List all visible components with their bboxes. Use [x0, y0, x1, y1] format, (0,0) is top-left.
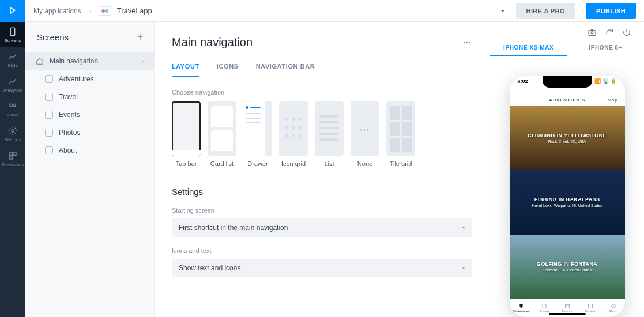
nav-adventures: Adventures	[510, 299, 533, 317]
rail-label-extensions: Extensions	[1, 162, 24, 167]
choose-nav-label: Choose navigation	[172, 89, 472, 96]
nav-option-cardlist[interactable]: Card list	[208, 101, 236, 167]
account-caret-icon[interactable]	[499, 7, 507, 15]
starting-screen-label: Starting screen	[172, 207, 472, 214]
home-icon	[36, 57, 44, 65]
hire-pro-button[interactable]: HIRE A PRO	[516, 3, 575, 19]
card-title: CLIMBING IN YELLOWSTONE	[528, 133, 607, 138]
rail-label-push: Push	[7, 112, 18, 118]
nav-label: Events	[562, 310, 572, 313]
status-icons: 📶 📡 🔋	[594, 78, 616, 84]
icons-text-label: Icons and text	[172, 247, 472, 254]
screens-tree: Main navigation Adventures Travel Events…	[25, 52, 154, 159]
nav-label: About	[609, 310, 618, 313]
chevron-right-icon	[87, 8, 93, 14]
card-subtitle: Hakai Luxx, Waipahu, HI, United States	[532, 203, 602, 207]
extensions-icon	[7, 150, 18, 161]
nav-label: Travel	[539, 310, 548, 313]
svg-rect-6	[9, 156, 12, 159]
main-editor: Main navigation LAYOUT ICONS NAVIGATION …	[155, 22, 489, 317]
screens-title: Screens	[37, 32, 69, 42]
rail-push[interactable]: Push	[0, 96, 25, 121]
svg-point-7	[101, 9, 105, 13]
card-subtitle: Rock Creek, ID, USA	[548, 139, 586, 144]
doc-icon	[45, 111, 53, 119]
phone-preview: 6:02📶 📡 🔋 ADVENTURES Map CLIMBING IN YEL…	[510, 76, 625, 317]
svg-point-11	[469, 41, 470, 43]
nav-label: Photos	[585, 310, 596, 313]
choice-label: Icon grid	[281, 160, 306, 167]
status-time: 6:02	[518, 78, 528, 84]
rail-style[interactable]: Style	[0, 47, 25, 71]
nav-option-icongrid[interactable]: Icon grid	[279, 101, 308, 167]
select-value: Show text and icons	[179, 264, 240, 272]
nav-option-tabbar[interactable]: Tab bar	[172, 101, 201, 167]
tab-icons[interactable]: ICONS	[217, 63, 239, 77]
card-subtitle: Fontana, CA, United States	[543, 268, 592, 272]
logo-icon	[8, 6, 17, 16]
nav-option-none[interactable]: ••• None	[351, 101, 379, 167]
tree-label: About	[59, 146, 77, 154]
svg-point-8	[105, 9, 108, 13]
tab-layout[interactable]: LAYOUT	[172, 63, 199, 77]
preview-card: CLIMBING IN YELLOWSTONE Rock Creek, ID, …	[510, 106, 625, 170]
starting-screen-select[interactable]: First shortcut in the main navigation	[172, 218, 472, 237]
device-tab-8plus[interactable]: IPHONE 8+	[567, 41, 645, 56]
icons-text-select[interactable]: Show text and icons	[172, 259, 472, 277]
nav-label: Adventures	[512, 310, 529, 313]
nav-choices: Tab bar Card list	[172, 101, 472, 167]
home-indicator	[549, 313, 586, 315]
rail-analytics[interactable]: Analytics	[0, 71, 25, 96]
preview-card: GOLFING IN FONTANA Fontana, CA, United S…	[510, 235, 625, 299]
preview-panel: IPHONE XS MAX IPHONE 8+ 6:02📶 📡 🔋 ADVENT…	[489, 22, 644, 317]
tree-item-travel[interactable]: Travel	[25, 88, 154, 105]
rail-label-settings: Settings	[5, 137, 21, 142]
svg-point-1	[10, 104, 13, 107]
status-bar: 6:02📶 📡 🔋	[518, 78, 617, 84]
power-icon[interactable]	[622, 28, 631, 37]
analytics-icon	[7, 76, 18, 86]
doc-icon	[45, 93, 53, 101]
style-icon	[7, 51, 18, 62]
breadcrumb-root[interactable]: My applications	[33, 7, 81, 15]
svg-rect-5	[13, 152, 16, 155]
rail-extensions[interactable]: Extensions	[0, 146, 25, 171]
chevron-down-icon	[461, 265, 466, 271]
tab-navigation-bar[interactable]: NAVIGATION BAR	[256, 63, 315, 77]
nav-about: About	[602, 299, 625, 317]
tree-label: Main navigation	[50, 57, 98, 65]
tree-item-adventures[interactable]: Adventures	[25, 70, 154, 88]
more-icon[interactable]	[462, 37, 472, 48]
rail-settings[interactable]: Settings	[0, 121, 25, 146]
svg-point-13	[591, 32, 593, 34]
chevron-down-icon	[461, 225, 466, 231]
screens-icon	[7, 27, 18, 37]
tree-item-photos[interactable]: Photos	[25, 123, 154, 141]
camera-icon[interactable]	[587, 28, 597, 37]
publish-button[interactable]: PUBLISH	[586, 3, 636, 19]
doc-icon	[45, 129, 53, 137]
logo[interactable]	[0, 0, 25, 22]
add-screen-icon[interactable]	[135, 32, 145, 41]
top-bar: My applications Travel app HIRE A PRO PU…	[25, 0, 644, 22]
page-title: Main navigation	[172, 36, 253, 49]
tree-item-events[interactable]: Events	[25, 105, 154, 123]
doc-icon	[45, 146, 53, 154]
nav-option-tilegrid[interactable]: Tile grid	[386, 101, 415, 167]
device-tab-xsmax[interactable]: IPHONE XS MAX	[490, 41, 567, 56]
select-value: First shortcut in the main navigation	[179, 224, 288, 232]
svg-point-3	[12, 130, 14, 133]
push-icon	[7, 101, 18, 111]
breadcrumb-app[interactable]: Travel app	[117, 6, 152, 15]
refresh-icon[interactable]	[605, 28, 614, 37]
rail-screens[interactable]: Screens	[0, 22, 25, 47]
rail-label-analytics: Analytics	[3, 88, 22, 93]
nav-option-drawer[interactable]: Drawer	[243, 101, 272, 167]
tree-item-main-navigation[interactable]: Main navigation	[25, 52, 154, 70]
settings-heading: Settings	[172, 187, 472, 197]
nav-option-list[interactable]: List	[315, 101, 344, 167]
choice-label: List	[324, 160, 334, 167]
collapse-icon[interactable]	[141, 58, 147, 64]
tree-item-about[interactable]: About	[25, 141, 154, 159]
choice-label: Card list	[210, 160, 234, 167]
